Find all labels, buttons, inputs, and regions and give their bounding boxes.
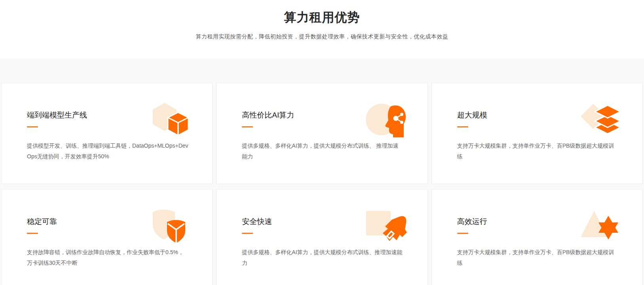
card-description: 支持万卡大规模集群，支持单作业万卡、百PB级数据超大规模训练 <box>457 247 619 268</box>
feature-card-cost-effective-ai: 高性价比AI算力 提供多规格、多样化AI算力，提供大规模分布式训练、 推理加速能… <box>216 83 427 184</box>
feature-card-secure-fast: 安全快速 提供多规格、多样化AI算力，提供大规模分布式训练、推理加速能力 <box>216 189 427 285</box>
ai-head-share-icon <box>366 101 407 138</box>
section-header: 算力租用优势 算力租用实现按需分配，降低初始投资，提升数据处理效率，确保技术更新… <box>0 0 644 59</box>
feature-card-hyperscale: 超大规模 支持万卡大规模集群，支持单作业万卡、百PB级数据超大规模训练 <box>431 83 643 184</box>
card-description: 提供多规格、多样化AI算力，提供大规模分布式训练、 推理加速能力 <box>242 141 403 162</box>
feature-card-efficient-operation: 高效运行 支持万卡大规模集群，支持单作业万卡、百PB级数据超大规模训练 <box>431 189 643 285</box>
features-grid: 端到端模型生产线 提供模型开发、训练、推理端到端工具链，DataOps+MLOp… <box>1 83 643 285</box>
feature-card-reliability: 稳定可靠 支持故障容错，训练作业故障自动恢复，作业失败率低于0.5%，万卡训练3… <box>1 189 213 285</box>
accent-underline <box>242 233 253 234</box>
computing-rental-advantages-page: 算力租用优势 算力租用实现按需分配，降低初始投资，提升数据处理效率，确保技术更新… <box>0 0 644 285</box>
accent-underline <box>457 126 468 127</box>
accent-underline <box>27 233 38 234</box>
accent-underline <box>27 126 38 127</box>
card-description: 支持万卡大规模集群，支持单作业万卡、百PB级数据超大规模训练 <box>457 141 619 162</box>
shield-icon <box>150 208 192 244</box>
feature-card-model-pipeline: 端到端模型生产线 提供模型开发、训练、推理端到端工具链，DataOps+MLOp… <box>1 83 213 184</box>
rocket-icon <box>366 208 407 244</box>
page-title: 算力租用优势 <box>0 0 644 25</box>
page-subtitle: 算力租用实现按需分配，降低初始投资，提升数据处理效率，确保技术更新与安全性，优化… <box>0 33 644 40</box>
cube-icon <box>150 101 192 138</box>
star-burst-icon <box>581 208 622 244</box>
card-description: 提供多规格、多样化AI算力，提供大规模分布式训练、推理加速能力 <box>242 247 403 268</box>
stacked-layers-icon <box>581 101 622 138</box>
accent-underline <box>457 233 468 234</box>
card-description: 提供模型开发、训练、推理端到端工具链，DataOps+MLOps+DevOps无… <box>27 141 188 162</box>
accent-underline <box>242 126 253 127</box>
card-description: 支持故障容错，训练作业故障自动恢复，作业失败率低于0.5%，万卡训练30天不中断 <box>27 247 188 268</box>
features-section: 端到端模型生产线 提供模型开发、训练、推理端到端工具链，DataOps+MLOp… <box>0 59 644 285</box>
